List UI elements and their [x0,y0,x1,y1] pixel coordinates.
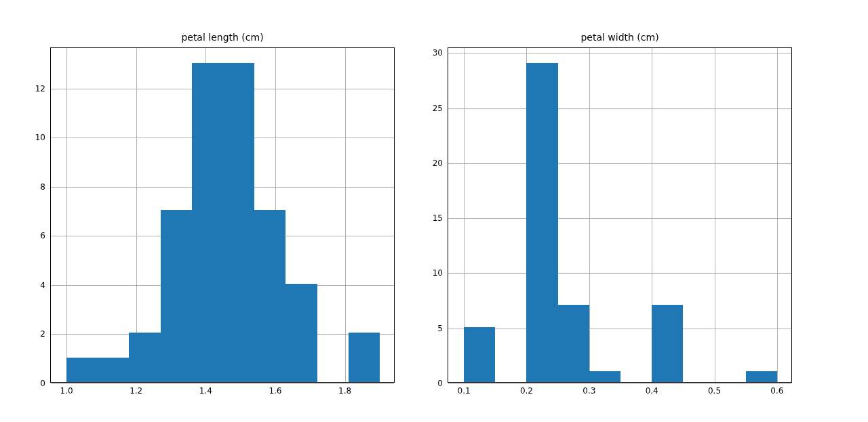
y-tick-label: 12 [35,84,45,93]
y-tick-label: 8 [40,182,45,192]
grid-line [448,163,791,164]
grid-line [715,48,715,382]
y-tick-label: 30 [433,48,443,58]
histogram-bar [558,305,589,382]
y-tick-label: 2 [40,329,45,339]
y-tick-label: 20 [433,159,443,168]
grid-line [777,48,778,382]
x-tick-label: 0.6 [770,386,783,396]
histogram-bar [746,371,777,382]
histogram-bar [349,333,380,382]
grid-line [345,48,346,382]
histogram-bar [589,371,620,382]
histogram-bar [66,358,98,382]
grid-line [448,53,791,54]
histogram-bar [161,210,192,382]
y-tick-label: 15 [433,213,443,223]
grid-line [448,383,791,384]
subplot-petal-length: petal length (cm) 1.01.21.41.61.80246810… [50,47,395,383]
histogram-bar [98,358,129,382]
grid-line [448,108,791,109]
histogram-bar [192,63,223,382]
x-tick-label: 0.3 [583,386,595,396]
x-tick-label: 0.2 [520,386,533,396]
grid-line [448,218,791,219]
y-tick-label: 25 [433,104,443,113]
y-tick-label: 6 [40,231,45,240]
histogram-bar [464,327,495,382]
grid-line [448,273,791,274]
chart-title: petal width (cm) [448,32,791,43]
x-tick-label: 1.6 [269,386,281,396]
y-tick-label: 5 [437,324,443,333]
histogram-bar [129,333,160,382]
x-tick-label: 1.0 [60,386,73,396]
x-tick-label: 1.8 [338,386,351,396]
grid-line [448,329,791,329]
subplot-petal-width: petal width (cm) 0.10.20.30.40.50.605101… [448,47,792,383]
histogram-bar [285,284,317,382]
histogram-bar [652,305,683,382]
y-tick-label: 10 [35,133,45,142]
histogram-bar [526,63,557,382]
histogram-bar [223,63,254,382]
figure: petal length (cm) 1.01.21.41.61.80246810… [0,0,868,422]
x-tick-label: 0.5 [708,386,721,396]
grid-line [589,48,590,382]
x-tick-label: 0.4 [646,386,658,396]
x-tick-label: 1.2 [130,386,142,396]
y-tick-label: 10 [433,268,443,278]
grid-line [66,48,67,382]
histogram-bar [254,210,285,382]
grid-line [136,48,137,382]
y-tick-label: 0 [437,379,443,388]
x-tick-label: 1.4 [199,386,212,396]
y-tick-label: 0 [40,379,45,388]
y-tick-label: 4 [40,280,45,290]
chart-title: petal length (cm) [51,32,394,43]
grid-line [51,383,394,384]
x-tick-label: 0.1 [458,386,471,396]
